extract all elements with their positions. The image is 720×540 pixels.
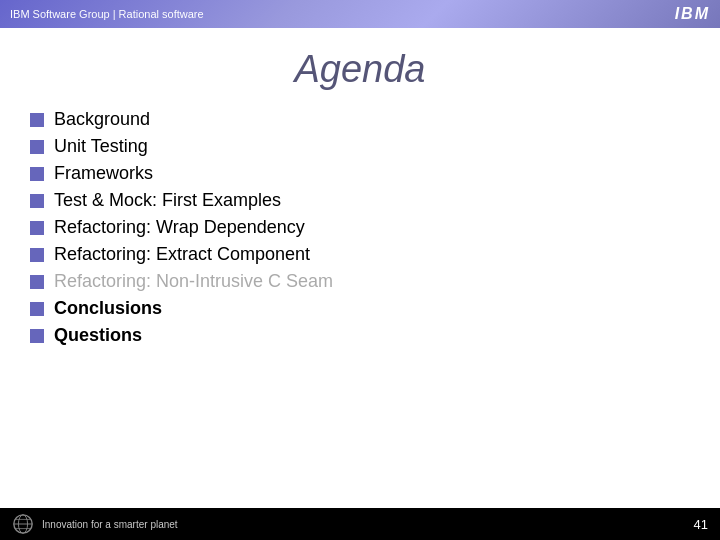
agenda-list-item: Refactoring: Wrap Dependency — [30, 217, 690, 238]
footer-page-number: 41 — [694, 517, 708, 532]
main-content: Agenda BackgroundUnit TestingFrameworksT… — [0, 28, 720, 498]
page-title: Agenda — [30, 48, 690, 91]
agenda-list-item: Background — [30, 109, 690, 130]
agenda-item-text: Frameworks — [54, 163, 153, 184]
footer-bar: Innovation for a smarter planet 41 — [0, 508, 720, 540]
agenda-list-item: Conclusions — [30, 298, 690, 319]
agenda-item-text: Conclusions — [54, 298, 162, 319]
bullet-icon — [30, 248, 44, 262]
header-bar: IBM Software Group | Rational software I… — [0, 0, 720, 28]
globe-icon — [12, 513, 34, 535]
bullet-icon — [30, 302, 44, 316]
agenda-item-text: Refactoring: Extract Component — [54, 244, 310, 265]
agenda-item-text: Test & Mock: First Examples — [54, 190, 281, 211]
footer-left: Innovation for a smarter planet — [12, 513, 178, 535]
bullet-icon — [30, 113, 44, 127]
agenda-list-item: Refactoring: Non-Intrusive C Seam — [30, 271, 690, 292]
bullet-icon — [30, 167, 44, 181]
agenda-list-item: Test & Mock: First Examples — [30, 190, 690, 211]
bullet-icon — [30, 221, 44, 235]
agenda-list-item: Unit Testing — [30, 136, 690, 157]
agenda-list-item: Frameworks — [30, 163, 690, 184]
agenda-list-item: Refactoring: Extract Component — [30, 244, 690, 265]
agenda-item-text: Refactoring: Non-Intrusive C Seam — [54, 271, 333, 292]
bullet-icon — [30, 140, 44, 154]
ibm-logo-top: IBM — [675, 5, 710, 23]
agenda-list-item: Questions — [30, 325, 690, 346]
footer-tagline: Innovation for a smarter planet — [42, 519, 178, 530]
agenda-item-text: Background — [54, 109, 150, 130]
agenda-list: BackgroundUnit TestingFrameworksTest & M… — [30, 109, 690, 346]
agenda-item-text: Questions — [54, 325, 142, 346]
bullet-icon — [30, 194, 44, 208]
bullet-icon — [30, 275, 44, 289]
agenda-item-text: Refactoring: Wrap Dependency — [54, 217, 305, 238]
bullet-icon — [30, 329, 44, 343]
agenda-item-text: Unit Testing — [54, 136, 148, 157]
header-title: IBM Software Group | Rational software — [10, 8, 204, 20]
